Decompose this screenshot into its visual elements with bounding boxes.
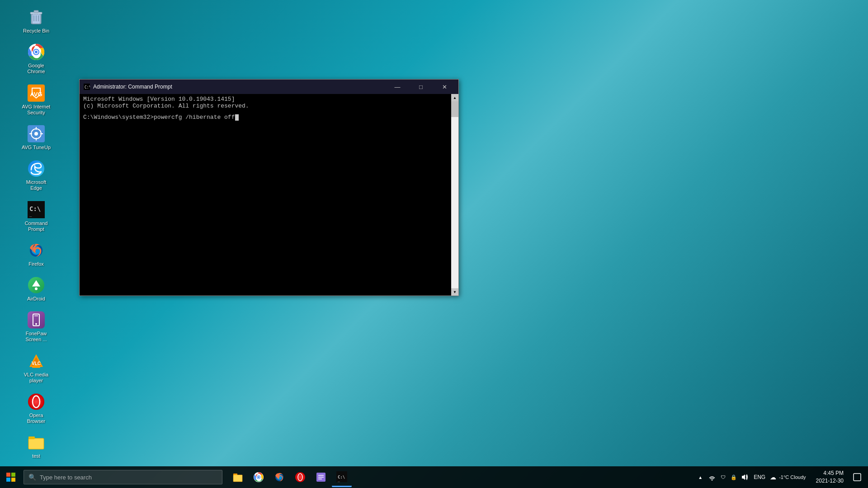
taskbar-opera[interactable] xyxy=(290,467,310,487)
cmd-line1: Microsoft Windows [Version 10.0.19043.14… xyxy=(83,96,448,103)
tray-antivirus-icon[interactable]: 🛡 xyxy=(718,473,727,482)
cmd-content-area[interactable]: Microsoft Windows [Version 10.0.19043.14… xyxy=(80,94,451,296)
svg-rect-40 xyxy=(28,438,44,449)
svg-rect-50 xyxy=(233,475,242,482)
airdroid-label: AirDroid xyxy=(27,296,45,302)
svg-point-14 xyxy=(34,132,38,136)
vlc-label: VLC media player xyxy=(20,372,52,384)
tray-volume-icon[interactable] xyxy=(740,473,749,482)
svg-text:C:\: C:\ xyxy=(85,85,90,89)
svg-text:C:\: C:\ xyxy=(29,205,41,212)
svg-rect-34 xyxy=(32,366,40,368)
cmd-close-button[interactable]: ✕ xyxy=(434,80,455,94)
tray-icons-group: 🛡 🔒 xyxy=(708,473,749,482)
start-button[interactable] xyxy=(0,466,22,488)
taskbar-apps: C:\ _ xyxy=(228,467,352,487)
taskbar-opera-icon xyxy=(294,471,306,483)
desktop: Recycle Bin Google Chrome xyxy=(0,0,868,488)
avg-tuneup-label: AVG TuneUp xyxy=(22,145,51,150)
desktop-icons-area: Recycle Bin Google Chrome xyxy=(0,0,72,465)
taskbar-chrome[interactable] xyxy=(249,467,269,487)
svg-marker-67 xyxy=(742,474,745,480)
taskbar-cmd-icon: C:\ _ xyxy=(336,471,348,483)
svg-point-26 xyxy=(35,287,38,290)
cmd-prompt-line: C:\Windows\system32>powercfg /hibernate … xyxy=(83,114,448,121)
cmd-scrollbar[interactable]: ▲ ▼ xyxy=(451,94,458,296)
desktop-icon-vlc[interactable]: VLC VLC media player xyxy=(18,348,54,387)
svg-point-54 xyxy=(258,476,259,478)
svg-rect-2 xyxy=(34,10,38,13)
system-tray: ▲ 🛡 🔒 xyxy=(696,466,868,488)
svg-text:_: _ xyxy=(338,478,340,482)
weather-section: ☁ -1°C Cloudy xyxy=(770,474,806,481)
tray-language[interactable]: ENG xyxy=(752,473,767,482)
tray-network-icon[interactable] xyxy=(708,473,717,482)
file-explorer-icon xyxy=(232,471,244,483)
taskbar-cmd[interactable]: C:\ _ xyxy=(332,467,352,487)
cmd-titlebar-title: Administrator: Command Prompt xyxy=(93,84,384,90)
cmd-line2: (c) Microsoft Corporation. All rights re… xyxy=(83,103,448,109)
search-bar[interactable]: 🔍 Type here to search xyxy=(24,470,222,484)
taskbar-firefox[interactable] xyxy=(269,467,289,487)
cmd-minimize-button[interactable]: — xyxy=(387,80,408,94)
scroll-thumb[interactable] xyxy=(451,101,458,117)
clock-date: 2021-12-30 xyxy=(816,477,844,485)
desktop-icon-fonepaw[interactable]: FonePaw Screen ... xyxy=(18,307,54,346)
weather-text: -1°C Cloudy xyxy=(779,474,806,480)
desktop-icon-chrome[interactable]: Google Chrome xyxy=(18,39,54,78)
edge-label: Microsoft Edge xyxy=(20,179,52,191)
taskbar: 🔍 Type here to search xyxy=(0,466,868,488)
desktop-icon-test-folder[interactable]: test xyxy=(18,430,54,463)
desktop-icon-cmd[interactable]: C:\ _ Command Prompt xyxy=(18,197,54,236)
opera-label: Opera Browser xyxy=(20,413,52,424)
svg-rect-68 xyxy=(854,474,861,481)
svg-rect-44 xyxy=(6,473,10,477)
clock-section[interactable]: 4:45 PM 2021-12-30 xyxy=(812,469,847,485)
desktop-icon-firefox[interactable]: Firefox xyxy=(18,238,54,271)
svg-text:VLC: VLC xyxy=(32,361,41,366)
taskbar-stickies-icon xyxy=(315,471,327,483)
scroll-up-button[interactable]: ▲ xyxy=(451,94,458,101)
search-placeholder: Type here to search xyxy=(40,474,92,481)
taskbar-chrome-icon xyxy=(253,471,264,483)
cmd-cursor xyxy=(235,114,239,121)
desktop-icon-edge[interactable]: Microsoft Edge xyxy=(18,156,54,195)
taskbar-firefox-icon xyxy=(274,471,285,483)
svg-rect-45 xyxy=(11,473,15,477)
clock-time: 4:45 PM xyxy=(823,469,844,477)
desktop-icon-opera[interactable]: Opera Browser xyxy=(18,389,54,428)
taskbar-file-explorer[interactable] xyxy=(228,467,248,487)
desktop-icon-recycle-bin[interactable]: Recycle Bin xyxy=(18,5,54,38)
notification-button[interactable] xyxy=(850,466,864,488)
cmd-window: C:\ Administrator: Command Prompt — □ ✕ … xyxy=(79,79,459,296)
desktop-icon-avg-security[interactable]: AVG AVG Internet Security xyxy=(18,80,54,119)
tray-security2-icon[interactable]: 🔒 xyxy=(729,473,738,482)
firefox-label: Firefox xyxy=(28,261,44,267)
cmd-maximize-button[interactable]: □ xyxy=(410,80,431,94)
scroll-down-button[interactable]: ▼ xyxy=(451,288,458,296)
test-folder-label: test xyxy=(32,453,40,459)
tray-expand-button[interactable]: ▲ xyxy=(696,473,705,482)
recycle-bin-label: Recycle Bin xyxy=(23,28,49,34)
cmd-label: Command Prompt xyxy=(20,221,52,232)
cmd-titlebar: C:\ Administrator: Command Prompt — □ ✕ xyxy=(80,80,458,94)
search-icon: 🔍 xyxy=(28,474,36,481)
svg-text:_: _ xyxy=(29,212,32,217)
fonepaw-label: FonePaw Screen ... xyxy=(20,331,52,343)
desktop-icon-avg-tuneup[interactable]: AVG TuneUp xyxy=(18,121,54,154)
svg-rect-41 xyxy=(28,436,35,439)
chrome-label: Google Chrome xyxy=(20,63,52,75)
svg-rect-47 xyxy=(11,478,15,482)
svg-rect-46 xyxy=(6,478,10,482)
taskbar-stickies[interactable] xyxy=(311,467,331,487)
weather-icon: ☁ xyxy=(770,474,776,481)
avg-security-label: AVG Internet Security xyxy=(20,104,52,116)
scroll-track xyxy=(451,101,458,288)
svg-point-29 xyxy=(35,323,37,325)
desktop-icon-airdroid[interactable]: AirDroid xyxy=(18,272,54,305)
cmd-titlebar-icon: C:\ xyxy=(83,83,90,90)
svg-point-66 xyxy=(712,479,713,481)
svg-point-9 xyxy=(35,51,38,53)
